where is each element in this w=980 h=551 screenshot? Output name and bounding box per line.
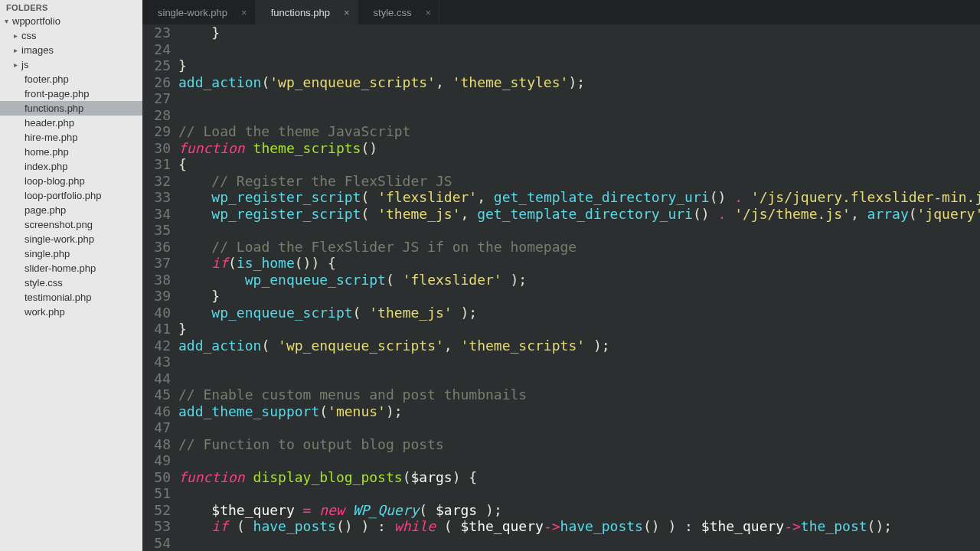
code-line[interactable]: function theme_scripts() (178, 140, 980, 157)
line-number: 53 (142, 518, 171, 535)
code-editor[interactable]: 2324252627282930313233343536373839404142… (142, 24, 980, 551)
code-line[interactable] (178, 452, 980, 469)
close-icon[interactable]: × (241, 7, 247, 18)
line-number: 50 (142, 469, 171, 486)
file-item[interactable]: single-work.php (0, 232, 142, 246)
file-item[interactable]: loop-blog.php (0, 174, 142, 188)
code-line[interactable]: $the_query = new WP_Query( $args ); (178, 502, 980, 519)
code-line[interactable]: } (178, 24, 980, 41)
code-line[interactable]: add_theme_support('menus'); (178, 403, 980, 420)
code-line[interactable]: if ( have_posts() ) : while ( $the_query… (178, 518, 980, 535)
code-line[interactable]: } (178, 288, 980, 305)
file-item[interactable]: style.css (0, 276, 142, 290)
line-number: 43 (142, 354, 171, 370)
folder-item[interactable]: images (0, 43, 142, 57)
file-item[interactable]: loop-portfolio.php (0, 188, 142, 203)
line-number: 30 (142, 140, 171, 157)
file-item[interactable]: header.php (0, 116, 142, 130)
code-line[interactable] (178, 222, 980, 239)
code-line[interactable] (178, 354, 980, 370)
tab-single-work[interactable]: single-work.php × (142, 0, 256, 24)
file-item[interactable]: home.php (0, 145, 142, 159)
line-number: 44 (142, 370, 171, 387)
code-line[interactable]: // Load the theme JavaScript (178, 123, 980, 140)
file-item[interactable]: testimonial.php (0, 290, 142, 305)
code-line[interactable]: wp_register_script( 'flexslider', get_te… (178, 189, 980, 206)
code-line[interactable]: add_action( 'wp_enqueue_scripts', 'theme… (178, 337, 980, 354)
tab-label: style.css (374, 7, 412, 18)
code-line[interactable]: } (178, 321, 980, 337)
folder-root[interactable]: wpportfolio (0, 14, 142, 28)
chevron-down-icon (5, 17, 12, 25)
chevron-right-icon (14, 31, 21, 40)
line-number: 32 (142, 173, 171, 190)
code-line[interactable]: // Function to output blog posts (178, 436, 980, 453)
tab-label: single-work.php (158, 7, 227, 18)
line-number: 31 (142, 156, 171, 173)
code-line[interactable]: // Enable custom menus and post thumbnai… (178, 386, 980, 403)
line-number: 38 (142, 272, 171, 289)
line-number: 26 (142, 74, 171, 91)
file-item[interactable]: footer.php (0, 72, 142, 86)
file-item[interactable]: hire-me.php (0, 130, 142, 145)
line-number: 45 (142, 386, 171, 403)
line-number: 34 (142, 206, 171, 223)
folder-sidebar: FOLDERS wpportfolio css images js footer… (0, 0, 142, 551)
code-line[interactable]: } (178, 57, 980, 74)
line-number: 42 (142, 337, 171, 354)
chevron-right-icon (14, 46, 21, 54)
file-item[interactable]: page.php (0, 203, 142, 217)
code-line[interactable] (178, 90, 980, 107)
line-number: 47 (142, 419, 171, 436)
code-line[interactable] (178, 107, 980, 124)
close-icon[interactable]: × (425, 7, 431, 18)
code-line[interactable]: wp_register_script( 'theme_js', get_temp… (178, 206, 980, 223)
file-item[interactable]: functions.php (0, 101, 142, 116)
line-number: 35 (142, 222, 171, 239)
line-number: 52 (142, 502, 171, 519)
code-line[interactable]: if(is_home()) { (178, 255, 980, 272)
line-number: 46 (142, 403, 171, 420)
file-item[interactable]: work.php (0, 305, 142, 319)
tab-bar: single-work.php × functions.php × style.… (142, 0, 980, 24)
code-line[interactable]: // Register the FlexSlider JS (178, 173, 980, 190)
file-item[interactable]: single.php (0, 246, 142, 261)
close-icon[interactable]: × (344, 7, 350, 18)
line-number: 54 (142, 535, 171, 552)
code-line[interactable]: add_action('wp_enqueue_scripts', 'theme_… (178, 74, 980, 91)
file-item[interactable]: front-page.php (0, 86, 142, 101)
folder-item[interactable]: js (0, 57, 142, 72)
code-line[interactable]: { (178, 156, 980, 173)
app-root: FOLDERS wpportfolio css images js footer… (0, 0, 980, 551)
line-number: 49 (142, 452, 171, 469)
code-line[interactable]: // Load the FlexSlider JS if on the home… (178, 239, 980, 256)
line-number: 40 (142, 305, 171, 321)
folder-label: wpportfolio (12, 15, 60, 27)
line-number: 41 (142, 321, 171, 337)
folder-item[interactable]: css (0, 28, 142, 43)
code-line[interactable] (178, 419, 980, 436)
file-item[interactable]: slider-home.php (0, 261, 142, 276)
code-line[interactable] (178, 370, 980, 387)
chevron-right-icon (14, 60, 21, 69)
code-line[interactable] (178, 485, 980, 502)
tab-style[interactable]: style.css × (358, 0, 439, 24)
line-number: 36 (142, 239, 171, 256)
line-number: 28 (142, 107, 171, 124)
line-number: 39 (142, 288, 171, 305)
code-line[interactable] (178, 41, 980, 58)
code-line[interactable]: wp_enqueue_script( 'theme_js' ); (178, 305, 980, 321)
file-list: footer.phpfront-page.phpfunctions.phphea… (0, 72, 142, 319)
code-line[interactable] (178, 535, 980, 552)
folder-label: images (21, 44, 54, 56)
tab-functions[interactable]: functions.php × (256, 0, 358, 24)
line-number: 29 (142, 123, 171, 140)
file-item[interactable]: screenshot.png (0, 217, 142, 232)
code-content[interactable]: } }add_action('wp_enqueue_scripts', 'the… (178, 24, 980, 551)
file-item[interactable]: index.php (0, 159, 142, 174)
code-line[interactable]: function display_blog_posts($args) { (178, 469, 980, 486)
folder-label: css (21, 30, 37, 41)
line-number: 24 (142, 41, 171, 58)
line-number: 23 (142, 24, 171, 41)
code-line[interactable]: wp_enqueue_script( 'flexslider' ); (178, 272, 980, 289)
